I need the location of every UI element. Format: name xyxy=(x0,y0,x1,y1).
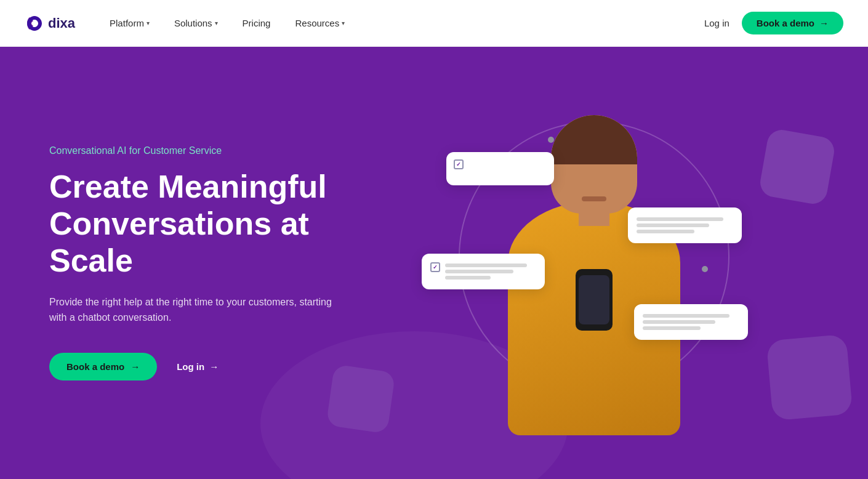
hero-login-button[interactable]: Log in → xyxy=(177,361,219,372)
person-hair xyxy=(551,115,637,164)
arrow-icon: → xyxy=(819,18,829,28)
hero-demo-button[interactable]: Book a demo → xyxy=(49,353,157,380)
chat-bubble-3 xyxy=(628,207,742,243)
phone-device xyxy=(576,269,613,331)
bubble-2-line-3 xyxy=(445,276,491,280)
person-head xyxy=(551,115,637,214)
arc-dot-3 xyxy=(702,266,708,272)
bubble-4-line-3 xyxy=(643,326,701,330)
resources-chevron-icon: ▾ xyxy=(342,20,345,26)
hero-title: Create Meaningful Conversations at Scale xyxy=(49,169,369,279)
nav-resources[interactable]: Resources ▾ xyxy=(285,13,355,33)
navbar: dixa Platform ▾ Solutions ▾ Pricing Reso… xyxy=(0,0,868,47)
hero-right: ✓ ✓ xyxy=(369,47,819,479)
bubble-3-line-1 xyxy=(637,217,723,221)
chat-bubble-1: ✓ xyxy=(446,152,554,185)
bubble-2-line-1 xyxy=(445,264,527,267)
logo[interactable]: dixa xyxy=(25,14,75,33)
bubble-3-line-2 xyxy=(637,223,709,227)
nav-platform[interactable]: Platform ▾ xyxy=(100,13,159,33)
solutions-chevron-icon: ▾ xyxy=(215,20,218,26)
nav-right: Log in Book a demo → xyxy=(704,12,843,34)
bubble-2-line-2 xyxy=(445,270,513,273)
platform-chevron-icon: ▾ xyxy=(147,20,150,26)
hero-subtitle: Conversational AI for Customer Service xyxy=(49,145,369,156)
nav-links: Platform ▾ Solutions ▾ Pricing Resources… xyxy=(100,13,704,33)
hero-left: Conversational AI for Customer Service C… xyxy=(49,145,369,380)
nav-demo-button[interactable]: Book a demo → xyxy=(742,12,843,34)
login-arrow-icon: → xyxy=(209,361,219,372)
bubble-4-line-1 xyxy=(643,314,729,318)
demo-arrow-icon: → xyxy=(131,361,140,372)
nav-pricing[interactable]: Pricing xyxy=(233,13,281,33)
logo-text: dixa xyxy=(48,15,75,31)
bubble-4-line-2 xyxy=(643,320,715,324)
phone-screen xyxy=(579,275,609,324)
nav-solutions[interactable]: Solutions ▾ xyxy=(164,13,228,33)
person-smile xyxy=(582,196,606,201)
nav-login-link[interactable]: Log in xyxy=(704,18,729,28)
dixa-logo-icon xyxy=(25,14,44,33)
hero-section: Conversational AI for Customer Service C… xyxy=(0,47,868,479)
chat-bubble-2: ✓ xyxy=(422,254,545,289)
bubble-3-line-3 xyxy=(637,230,694,233)
hero-actions: Book a demo → Log in → xyxy=(49,353,369,380)
bubble-2-check-icon: ✓ xyxy=(430,262,440,272)
hero-description: Provide the right help at the right time… xyxy=(49,294,332,326)
chat-bubble-4 xyxy=(634,304,748,340)
bubble-1-check-icon: ✓ xyxy=(454,159,464,169)
